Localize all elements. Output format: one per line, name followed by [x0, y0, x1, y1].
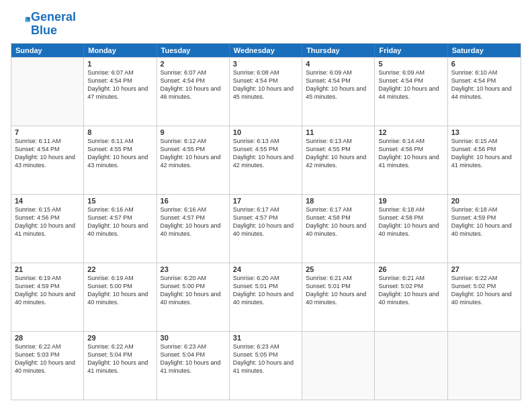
calendar-cell: 6Sunrise: 6:10 AM Sunset: 4:54 PM Daylig… — [448, 58, 521, 126]
day-number: 12 — [378, 128, 443, 136]
day-info: Sunrise: 6:11 AM Sunset: 4:55 PM Dayligh… — [87, 137, 152, 170]
calendar-cell: 7Sunrise: 6:11 AM Sunset: 4:54 PM Daylig… — [11, 126, 84, 194]
header: General Blue — [11, 11, 521, 38]
day-info: Sunrise: 6:22 AM Sunset: 5:04 PM Dayligh… — [87, 342, 152, 375]
calendar-row-2: 7Sunrise: 6:11 AM Sunset: 4:54 PM Daylig… — [11, 126, 521, 194]
calendar-cell: 9Sunrise: 6:12 AM Sunset: 4:55 PM Daylig… — [157, 126, 230, 194]
calendar-cell — [448, 332, 521, 400]
calendar-cell — [11, 58, 84, 126]
day-info: Sunrise: 6:07 AM Sunset: 4:54 PM Dayligh… — [87, 68, 152, 101]
day-info: Sunrise: 6:21 AM Sunset: 5:01 PM Dayligh… — [306, 274, 371, 307]
day-number: 5 — [378, 60, 443, 68]
logo: General Blue — [11, 11, 76, 38]
calendar-cell: 16Sunrise: 6:16 AM Sunset: 4:57 PM Dayli… — [157, 195, 230, 263]
day-info: Sunrise: 6:19 AM Sunset: 4:59 PM Dayligh… — [15, 274, 80, 307]
day-number: 31 — [233, 334, 298, 342]
calendar-row-4: 21Sunrise: 6:19 AM Sunset: 4:59 PM Dayli… — [11, 263, 521, 331]
calendar-cell: 3Sunrise: 6:08 AM Sunset: 4:54 PM Daylig… — [230, 58, 302, 126]
calendar-header: SundayMondayTuesdayWednesdayThursdayFrid… — [11, 44, 521, 57]
day-info: Sunrise: 6:23 AM Sunset: 5:05 PM Dayligh… — [233, 342, 298, 375]
calendar-cell: 15Sunrise: 6:16 AM Sunset: 4:57 PM Dayli… — [84, 195, 157, 263]
day-number: 22 — [87, 265, 152, 273]
calendar-cell: 17Sunrise: 6:17 AM Sunset: 4:57 PM Dayli… — [230, 195, 302, 263]
day-number: 15 — [87, 197, 152, 205]
calendar-cell — [302, 332, 375, 400]
day-info: Sunrise: 6:14 AM Sunset: 4:56 PM Dayligh… — [378, 137, 443, 170]
calendar-cell: 5Sunrise: 6:09 AM Sunset: 4:54 PM Daylig… — [375, 58, 447, 126]
logo-text: General Blue — [31, 11, 76, 38]
day-number: 13 — [451, 128, 517, 136]
calendar-cell: 27Sunrise: 6:22 AM Sunset: 5:02 PM Dayli… — [448, 263, 521, 331]
calendar-cell: 19Sunrise: 6:18 AM Sunset: 4:58 PM Dayli… — [375, 195, 447, 263]
calendar-row-3: 14Sunrise: 6:15 AM Sunset: 4:56 PM Dayli… — [11, 194, 521, 263]
day-info: Sunrise: 6:21 AM Sunset: 5:02 PM Dayligh… — [378, 274, 443, 307]
day-info: Sunrise: 6:07 AM Sunset: 4:54 PM Dayligh… — [161, 68, 226, 101]
calendar-cell: 20Sunrise: 6:18 AM Sunset: 4:59 PM Dayli… — [448, 195, 521, 263]
header-day-monday: Monday — [84, 44, 157, 57]
day-number: 20 — [451, 197, 517, 205]
logo-icon — [12, 13, 31, 32]
calendar-cell — [375, 332, 447, 400]
calendar-cell: 26Sunrise: 6:21 AM Sunset: 5:02 PM Dayli… — [375, 263, 447, 331]
day-number: 23 — [161, 265, 226, 273]
day-info: Sunrise: 6:08 AM Sunset: 4:54 PM Dayligh… — [233, 68, 298, 101]
day-info: Sunrise: 6:09 AM Sunset: 4:54 PM Dayligh… — [306, 68, 371, 101]
calendar-cell: 2Sunrise: 6:07 AM Sunset: 4:54 PM Daylig… — [157, 58, 230, 126]
day-number: 27 — [451, 265, 517, 273]
day-number: 2 — [161, 60, 226, 68]
calendar-cell: 1Sunrise: 6:07 AM Sunset: 4:54 PM Daylig… — [84, 58, 157, 126]
calendar-cell: 22Sunrise: 6:19 AM Sunset: 5:00 PM Dayli… — [84, 263, 157, 331]
calendar-cell: 31Sunrise: 6:23 AM Sunset: 5:05 PM Dayli… — [230, 332, 302, 400]
header-day-thursday: Thursday — [302, 44, 375, 57]
day-number: 28 — [15, 334, 80, 342]
day-number: 10 — [233, 128, 298, 136]
day-info: Sunrise: 6:12 AM Sunset: 4:55 PM Dayligh… — [161, 137, 226, 170]
day-info: Sunrise: 6:13 AM Sunset: 4:55 PM Dayligh… — [306, 137, 371, 170]
day-number: 7 — [15, 128, 80, 136]
header-day-tuesday: Tuesday — [157, 44, 230, 57]
calendar-cell: 11Sunrise: 6:13 AM Sunset: 4:55 PM Dayli… — [302, 126, 375, 194]
day-number: 9 — [161, 128, 226, 136]
day-number: 19 — [378, 197, 443, 205]
day-number: 18 — [306, 197, 371, 205]
day-number: 4 — [306, 60, 371, 68]
day-number: 8 — [87, 128, 152, 136]
day-number: 17 — [233, 197, 298, 205]
day-info: Sunrise: 6:15 AM Sunset: 4:56 PM Dayligh… — [451, 137, 517, 170]
header-day-friday: Friday — [375, 44, 447, 57]
calendar-row-1: 1Sunrise: 6:07 AM Sunset: 4:54 PM Daylig… — [11, 57, 521, 126]
day-info: Sunrise: 6:20 AM Sunset: 5:00 PM Dayligh… — [161, 274, 226, 307]
day-number: 11 — [306, 128, 371, 136]
calendar-row-5: 28Sunrise: 6:22 AM Sunset: 5:03 PM Dayli… — [11, 331, 521, 400]
day-number: 16 — [161, 197, 226, 205]
day-number: 21 — [15, 265, 80, 273]
calendar-cell: 14Sunrise: 6:15 AM Sunset: 4:56 PM Dayli… — [11, 195, 84, 263]
day-number: 30 — [161, 334, 226, 342]
day-info: Sunrise: 6:19 AM Sunset: 5:00 PM Dayligh… — [87, 274, 152, 307]
day-number: 29 — [87, 334, 152, 342]
calendar-cell: 13Sunrise: 6:15 AM Sunset: 4:56 PM Dayli… — [448, 126, 521, 194]
day-info: Sunrise: 6:18 AM Sunset: 4:58 PM Dayligh… — [378, 205, 443, 238]
day-info: Sunrise: 6:13 AM Sunset: 4:55 PM Dayligh… — [233, 137, 298, 170]
calendar-cell: 4Sunrise: 6:09 AM Sunset: 4:54 PM Daylig… — [302, 58, 375, 126]
day-info: Sunrise: 6:22 AM Sunset: 5:03 PM Dayligh… — [15, 342, 80, 375]
calendar-cell: 10Sunrise: 6:13 AM Sunset: 4:55 PM Dayli… — [230, 126, 302, 194]
page: General Blue SundayMondayTuesdayWednesda… — [0, 0, 532, 411]
day-info: Sunrise: 6:15 AM Sunset: 4:56 PM Dayligh… — [15, 205, 80, 238]
header-day-saturday: Saturday — [448, 44, 521, 57]
day-info: Sunrise: 6:09 AM Sunset: 4:54 PM Dayligh… — [378, 68, 443, 101]
header-day-wednesday: Wednesday — [230, 44, 302, 57]
day-info: Sunrise: 6:23 AM Sunset: 5:04 PM Dayligh… — [161, 342, 226, 375]
header-day-sunday: Sunday — [11, 44, 84, 57]
day-info: Sunrise: 6:16 AM Sunset: 4:57 PM Dayligh… — [87, 205, 152, 238]
day-number: 3 — [233, 60, 298, 68]
day-info: Sunrise: 6:22 AM Sunset: 5:02 PM Dayligh… — [451, 274, 517, 307]
calendar-cell: 21Sunrise: 6:19 AM Sunset: 4:59 PM Dayli… — [11, 263, 84, 331]
calendar-cell: 18Sunrise: 6:17 AM Sunset: 4:58 PM Dayli… — [302, 195, 375, 263]
day-number: 26 — [378, 265, 443, 273]
calendar-cell: 28Sunrise: 6:22 AM Sunset: 5:03 PM Dayli… — [11, 332, 84, 400]
day-number: 24 — [233, 265, 298, 273]
day-number: 14 — [15, 197, 80, 205]
calendar-body: 1Sunrise: 6:07 AM Sunset: 4:54 PM Daylig… — [11, 57, 521, 400]
day-info: Sunrise: 6:11 AM Sunset: 4:54 PM Dayligh… — [15, 137, 80, 170]
